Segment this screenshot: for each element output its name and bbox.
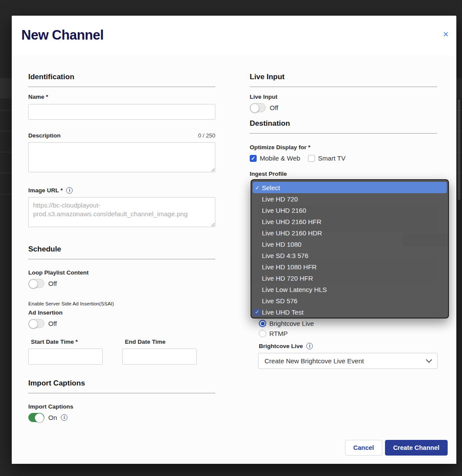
radio-unselected-icon <box>259 330 266 337</box>
live-input-toggle[interactable] <box>250 103 266 112</box>
check-icon <box>253 184 262 191</box>
dropdown-option[interactable]: Live UHD Test <box>253 306 447 318</box>
radio-rtmp[interactable]: RTMP <box>259 330 437 337</box>
description-textarea[interactable] <box>28 142 215 172</box>
info-icon[interactable] <box>306 343 313 349</box>
dropdown-option[interactable]: Live HD 720 HFR <box>253 272 447 284</box>
dropdown-option-label: Live HD 1080 <box>262 241 301 248</box>
name-input[interactable] <box>28 104 215 120</box>
checkbox-label: Smart TV <box>318 154 345 162</box>
radio-label: RTMP <box>269 330 288 337</box>
ad-insertion-label: Ad Insertion <box>28 309 215 316</box>
checkbox-checked-icon <box>250 155 257 162</box>
dropdown-option-label: Select <box>262 184 280 191</box>
loop-playlist-toggle[interactable] <box>28 279 44 288</box>
loop-playlist-state: Off <box>48 280 57 287</box>
cancel-button[interactable]: Cancel <box>345 440 382 456</box>
modal-title: New Channel <box>21 27 104 43</box>
ad-insertion-state: Off <box>48 320 57 327</box>
schedule-section: Schedule Loop Playlist Content Off Enabl… <box>28 245 215 365</box>
radio-brightcove-live[interactable]: Brightcove Live <box>259 320 437 327</box>
brightcove-live-label: Brightcove Live <box>259 342 303 350</box>
new-channel-modal: New Channel × Identification Name * Desc… <box>12 16 456 464</box>
dropdown-option-label: Live HD 720 <box>262 195 298 203</box>
checkbox-smart-tv[interactable]: Smart TV <box>308 154 345 162</box>
dropdown-option-label: Live UHD Test <box>262 308 304 316</box>
dropdown-option-label: Live UHD 2160 <box>262 207 306 214</box>
live-input-state: Off <box>270 104 278 111</box>
dropdown-option-label: Live HD 720 HFR <box>262 275 313 282</box>
start-date-label: Start Date Time * <box>28 338 103 345</box>
create-channel-button[interactable]: Create Channel <box>385 440 448 456</box>
info-icon[interactable] <box>61 414 67 421</box>
dropdown-option-label: Live HD 1080 HFR <box>262 263 317 271</box>
checkbox-mobile-web[interactable]: Mobile & Web <box>250 154 300 162</box>
checkbox-label: Mobile & Web <box>260 154 300 162</box>
close-icon[interactable]: × <box>443 30 449 39</box>
checkbox-unchecked-icon <box>308 155 315 162</box>
live-input-heading: Live Input <box>250 73 437 87</box>
schedule-heading: Schedule <box>28 245 215 259</box>
screen: New Channel × Identification Name * Desc… <box>0 0 462 476</box>
identification-section: Identification Name * Description 0 / 25… <box>28 73 215 229</box>
description-label: Description <box>28 132 60 139</box>
name-label: Name * <box>28 93 215 101</box>
radio-selected-icon <box>259 320 266 327</box>
import-captions-state: On <box>48 414 57 421</box>
destination-lower: Brightcove Live RTMP Brightcove Live Cre… <box>250 320 437 369</box>
dropdown-option[interactable]: Live HD 1080 <box>253 238 447 250</box>
dropdown-option-label: Live SD 576 <box>262 297 298 305</box>
import-captions-section: Import Captions Import Captions On <box>28 379 215 422</box>
chevron-down-icon <box>426 357 432 363</box>
dropdown-option[interactable]: Live UHD 2160 HDR <box>253 227 447 238</box>
ingest-profile-dropdown: Select Live HD 720 Live UHD 2160 Live UH… <box>251 179 449 318</box>
loop-playlist-label: Loop Playlist Content <box>28 269 215 276</box>
ad-insertion-toggle[interactable] <box>28 319 44 328</box>
info-icon[interactable] <box>66 187 73 194</box>
identification-heading: Identification <box>28 73 215 87</box>
ssai-note: Enable Server Side Ad Insertion(SSAI) <box>28 301 215 306</box>
dropdown-option[interactable]: Live SD 4:3 576 <box>253 250 447 261</box>
import-captions-heading: Import Captions <box>28 379 215 393</box>
dropdown-option[interactable]: Live SD 576 <box>253 295 447 306</box>
image-url-textarea[interactable] <box>28 197 215 227</box>
end-date-label: End Date Time <box>122 338 197 345</box>
image-url-label: Image URL * <box>28 187 63 194</box>
end-date-group: End Date Time <box>122 338 197 365</box>
destination-section: Destination Optimize Display for * Mobil… <box>250 119 437 178</box>
dropdown-option[interactable]: Live HD 1080 HFR <box>253 261 447 272</box>
import-captions-toggle[interactable] <box>28 413 44 422</box>
destination-heading: Destination <box>250 119 437 134</box>
dropdown-option[interactable]: Live UHD 2160 <box>253 204 447 216</box>
dropdown-option[interactable]: Live UHD 2160 HFR <box>253 216 447 227</box>
dropdown-option-label: Live UHD 2160 HFR <box>262 218 321 225</box>
import-captions-label: Import Captions <box>28 403 215 410</box>
radio-label: Brightcove Live <box>269 320 314 327</box>
dropdown-option-label: Live UHD 2160 HDR <box>262 229 322 237</box>
dropdown-option-selected[interactable]: Select <box>253 182 447 193</box>
description-char-counter: 0 / 250 <box>198 132 215 139</box>
event-select-value: Create New Brightcove Live Event <box>264 357 364 365</box>
start-date-input[interactable] <box>28 349 103 365</box>
dropdown-option[interactable]: Live HD 720 <box>253 193 447 204</box>
obscured-checked-checkbox <box>254 309 261 316</box>
dropdown-option-label: Live Low Latency HLS <box>262 286 327 293</box>
live-input-section: Live Input Live Input Off <box>250 73 437 112</box>
start-date-group: Start Date Time * <box>28 338 103 365</box>
dropdown-option-label: Live SD 4:3 576 <box>262 252 308 259</box>
end-date-input[interactable] <box>122 349 197 365</box>
live-input-label: Live Input <box>250 93 437 101</box>
background-scrollbar <box>458 99 460 200</box>
brightcove-live-event-select[interactable]: Create New Brightcove Live Event <box>258 353 438 369</box>
ingest-profile-label: Ingest Profile <box>250 170 437 178</box>
modal-footer: Cancel Create Channel <box>345 440 448 456</box>
dropdown-option[interactable]: Live Low Latency HLS <box>253 284 447 295</box>
optimize-display-label: Optimize Display for * <box>250 144 437 151</box>
